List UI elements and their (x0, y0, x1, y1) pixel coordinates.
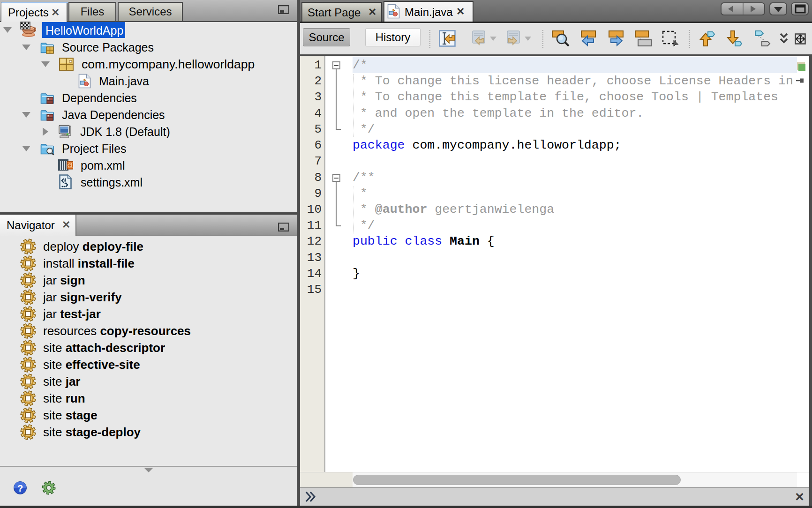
svg-text:?: ? (17, 483, 23, 493)
